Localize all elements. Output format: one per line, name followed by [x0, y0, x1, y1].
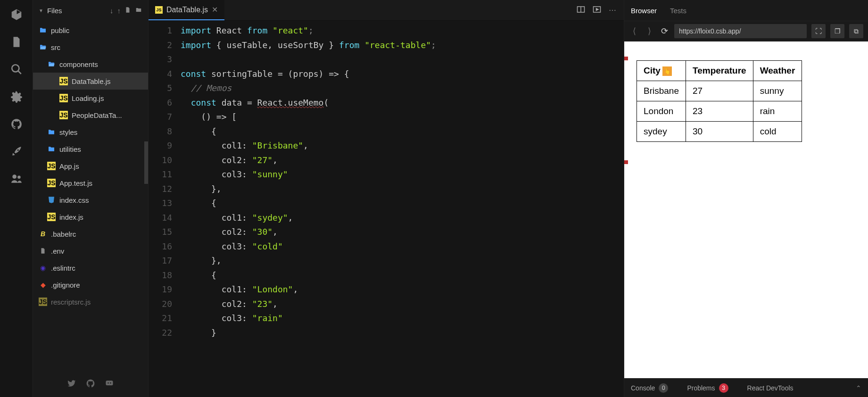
preview-tab-tests[interactable]: Tests — [670, 7, 686, 15]
tree-item-label: App.js — [59, 162, 79, 170]
github-icon[interactable] — [10, 118, 23, 130]
console-count-badge: 0 — [659, 383, 668, 393]
tree-item-src[interactable]: src — [33, 39, 148, 56]
svg-rect-5 — [106, 380, 113, 385]
table-row: Brisbane27sunny — [637, 81, 802, 101]
tree-item-peopledatata-[interactable]: JSPeopleDataTa... — [33, 107, 148, 124]
split-layout-icon[interactable] — [577, 6, 585, 15]
js-file-icon: JS — [155, 6, 163, 14]
url-text: https://floix0.csb.app/ — [679, 27, 741, 35]
cube-icon[interactable] — [10, 8, 23, 21]
js-file-icon: JS — [47, 179, 56, 187]
copy-window-icon[interactable]: ❐ — [830, 24, 844, 38]
tree-item-utilities[interactable]: utilities — [33, 141, 148, 157]
js-file-icon: JS — [39, 298, 47, 306]
problems-tab[interactable]: Problems 3 — [687, 383, 728, 393]
download-icon[interactable]: ↓ — [110, 7, 114, 15]
svg-line-1 — [18, 71, 21, 74]
chevron-up-icon[interactable]: ⌃ — [856, 384, 861, 392]
tree-item-rescriptsrc-js[interactable]: JSrescriptsrc.js — [33, 293, 148, 310]
tree-item-app-test-js[interactable]: JSApp.test.js — [33, 174, 148, 191]
editor-tabs: JS DataTable.js ✕ ⋯ — [149, 0, 624, 21]
nav-forward-icon[interactable]: ⟩ — [644, 26, 654, 36]
tree-item-label: styles — [59, 128, 77, 136]
svg-point-3 — [12, 174, 17, 179]
tree-item-label: utilities — [59, 145, 81, 153]
tree-item-app-js[interactable]: JSApp.js — [33, 157, 148, 174]
new-file-icon[interactable] — [124, 6, 131, 15]
preview-tab-browser[interactable]: Browser — [631, 7, 657, 15]
table-cell: 23 — [686, 101, 753, 122]
js-file-icon: JS — [59, 94, 68, 102]
table-cell: 27 — [686, 81, 753, 101]
git-file-icon: ◆ — [39, 281, 47, 289]
react-devtools-tab[interactable]: React DevTools — [747, 384, 794, 392]
tree-item-datatable-js[interactable]: JSDataTable.js — [33, 73, 148, 90]
close-icon[interactable]: ✕ — [212, 5, 218, 14]
tree-item-label: Loading.js — [72, 94, 104, 102]
preview-iframe[interactable]: City👆TemperatureWeather Brisbane27sunnyL… — [624, 41, 868, 378]
tree-item-label: .eslintrc — [51, 264, 75, 272]
url-bar[interactable]: https://floix0.csb.app/ — [674, 24, 807, 38]
folder-open-icon — [39, 43, 47, 51]
line-gutter: 12345678910111213141516171819202122 — [149, 24, 181, 397]
file-explorer-sidebar: ▼ Files ↓ ↑ publicsrccomponentsJSDataTab… — [33, 0, 149, 397]
tree-item-label: rescriptsrc.js — [51, 298, 91, 306]
discord-icon[interactable] — [105, 379, 114, 389]
tree-item-components[interactable]: components — [33, 56, 148, 73]
upload-icon[interactable]: ↑ — [117, 7, 121, 15]
nav-back-icon[interactable]: ⟨ — [629, 26, 639, 36]
rocket-icon[interactable] — [10, 145, 23, 157]
github-footer-icon[interactable] — [86, 379, 95, 389]
activity-bar — [0, 0, 33, 397]
new-folder-icon[interactable] — [135, 7, 142, 15]
gear-icon[interactable] — [10, 91, 23, 103]
editor-area: JS DataTable.js ✕ ⋯ 12345678910111213141… — [149, 0, 624, 397]
console-tab[interactable]: Console 0 — [631, 383, 668, 393]
open-new-icon[interactable]: ⧉ — [849, 24, 863, 38]
tree-item-public[interactable]: public — [33, 22, 148, 39]
chevron-down-icon[interactable]: ▼ — [39, 8, 43, 13]
preview-window-icon[interactable] — [593, 6, 601, 15]
folder-icon — [47, 128, 56, 136]
js-file-icon: JS — [47, 213, 56, 221]
table-cell: 30 — [686, 122, 753, 142]
twitter-icon[interactable] — [67, 379, 76, 389]
js-file-icon: JS — [59, 111, 68, 119]
tree-item-label: App.test.js — [59, 179, 92, 187]
tree-item-label: .babelrc — [51, 230, 76, 238]
tree-item-loading-js[interactable]: JSLoading.js — [33, 90, 148, 107]
search-icon[interactable] — [10, 63, 23, 75]
file-tree: publicsrccomponentsJSDataTable.jsJSLoadi… — [33, 21, 148, 371]
file-icon[interactable] — [10, 36, 23, 48]
table-header-row: City👆TemperatureWeather — [637, 61, 802, 81]
tree-item-styles[interactable]: styles — [33, 124, 148, 141]
tree-item--babelrc[interactable]: B.babelrc — [33, 225, 148, 242]
tree-item-index-css[interactable]: index.css — [33, 191, 148, 208]
table-header-temperature[interactable]: Temperature — [686, 61, 753, 81]
tree-item-index-js[interactable]: JSindex.js — [33, 208, 148, 225]
file-explorer-header: ▼ Files ↓ ↑ — [33, 0, 148, 21]
scrollbar-thumb[interactable] — [144, 141, 148, 184]
users-icon[interactable] — [10, 173, 23, 185]
more-icon[interactable]: ⋯ — [609, 6, 616, 15]
code-editor[interactable]: 12345678910111213141516171819202122 impo… — [149, 21, 624, 397]
reload-icon[interactable]: ⟳ — [659, 26, 670, 36]
file-icon — [39, 247, 47, 255]
table-header-weather[interactable]: Weather — [753, 61, 802, 81]
problems-count-badge: 3 — [719, 383, 728, 393]
expand-icon[interactable]: ⛶ — [811, 24, 826, 38]
code-content[interactable]: import React from "react";import { useTa… — [181, 24, 624, 397]
eslint-file-icon: ◉ — [39, 264, 47, 272]
tree-item--eslintrc[interactable]: ◉.eslintrc — [33, 259, 148, 276]
babel-file-icon: B — [39, 230, 47, 238]
table-header-city[interactable]: City👆 — [637, 61, 686, 81]
sidebar-title: Files — [47, 7, 62, 15]
tree-item-label: .gitignore — [51, 281, 80, 289]
tree-item--gitignore[interactable]: ◆.gitignore — [33, 276, 148, 293]
editor-tab-actions: ⋯ — [577, 0, 624, 20]
tree-item--env[interactable]: .env — [33, 242, 148, 259]
folder-icon — [47, 145, 56, 153]
editor-tab-active[interactable]: JS DataTable.js ✕ — [149, 0, 224, 20]
table-body: Brisbane27sunnyLondon23rainsydey30cold — [637, 81, 802, 142]
